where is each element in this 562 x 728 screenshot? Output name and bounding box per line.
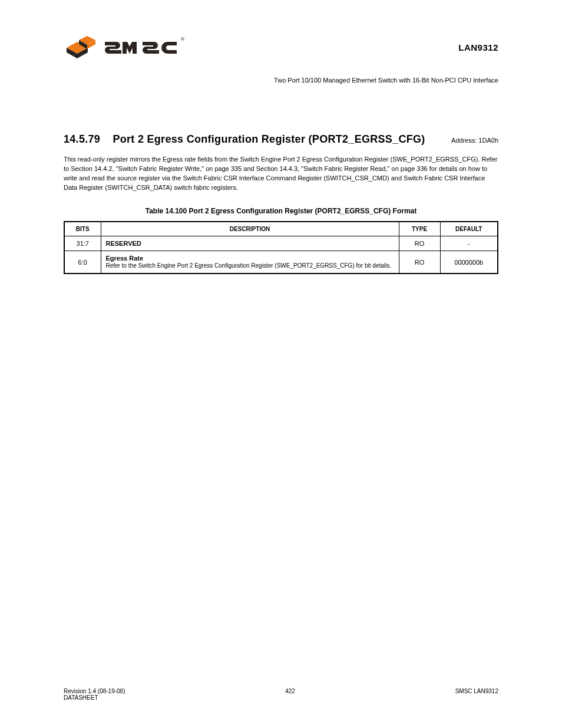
page-footer: Revision 1.4 (08-19-08) DATASHEET 422 SM… <box>64 688 498 701</box>
footer-kind: DATASHEET <box>64 694 125 701</box>
cell-desc: RESERVED <box>101 236 399 251</box>
svg-text:®: ® <box>181 37 184 42</box>
section-number: 14.5.79 <box>64 133 100 145</box>
cell-def: 0000000b <box>440 251 498 274</box>
cell-desc-bold: RESERVED <box>106 240 141 247</box>
register-table: BITS DESCRIPTION TYPE DEFAULT 31:7 RESER… <box>64 221 498 275</box>
cell-type: RO <box>399 236 440 251</box>
cell-bits: 6:0 <box>64 251 101 274</box>
cell-bits: 31:7 <box>64 236 101 251</box>
section-heading: Port 2 Egress Configuration Register (PO… <box>113 133 425 145</box>
cell-def: - <box>440 236 498 251</box>
section-paragraph: This read-only register mirrors the Egre… <box>64 155 498 193</box>
doc-id: LAN9312 <box>458 42 498 52</box>
col-bits: BITS <box>64 222 101 236</box>
table-caption: Table 14.100 Port 2 Egress Configuration… <box>64 207 498 215</box>
footer-rev: Revision 1.4 (08-19-08) <box>64 688 125 694</box>
table-header-row: BITS DESCRIPTION TYPE DEFAULT <box>64 222 498 236</box>
table-row: 6:0 Egress Rate Refer to the Switch Engi… <box>64 251 498 274</box>
doc-subtitle: Two Port 10/100 Managed Ethernet Switch … <box>64 77 498 84</box>
brand-logo: ® <box>64 35 187 60</box>
cell-type: RO <box>399 251 440 274</box>
col-type: TYPE <box>399 222 440 236</box>
col-def: DEFAULT <box>440 222 498 236</box>
footer-page: 422 <box>125 688 455 701</box>
cell-desc: Egress Rate Refer to the Switch Engine P… <box>101 251 399 274</box>
smsc-logo-icon: ® <box>64 35 187 60</box>
footer-brand: SMSC LAN9312 <box>455 688 498 701</box>
section-title: 14.5.79 Port 2 Egress Configuration Regi… <box>64 133 425 146</box>
cell-desc-bold: Egress Rate <box>106 255 144 262</box>
address-label: Address: <box>451 137 477 144</box>
col-desc: DESCRIPTION <box>101 222 399 236</box>
address-value: 1DA0h <box>478 137 498 144</box>
table-row: 31:7 RESERVED RO - <box>64 236 498 251</box>
cell-desc-sub: Refer to the Switch Engine Port 2 Egress… <box>106 262 394 270</box>
